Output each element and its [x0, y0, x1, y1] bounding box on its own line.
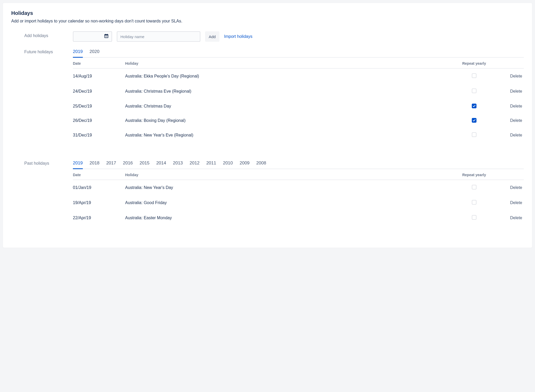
repeat-checkbox[interactable] [472, 104, 476, 108]
future-rows: 14/Aug/19Australia: Ekka People's Day (R… [73, 69, 524, 143]
add-holidays-label: Add holidays [11, 31, 73, 38]
col-repeat: Repeat yearly [456, 173, 492, 177]
repeat-checkbox[interactable] [472, 185, 476, 189]
table-row: 14/Aug/19Australia: Ekka People's Day (R… [73, 69, 524, 84]
cell-repeat [456, 215, 492, 221]
tab-2020[interactable]: 2020 [90, 47, 100, 58]
repeat-checkbox[interactable] [472, 73, 476, 78]
holiday-date-input[interactable] [73, 31, 112, 42]
past-tabs: 2019201820172016201520142013201220112010… [73, 159, 524, 169]
future-table-header: Date Holiday Repeat yearly [73, 58, 524, 69]
cell-date: 31/Dec/19 [73, 133, 125, 138]
import-holidays-link[interactable]: Import holidays [224, 34, 253, 39]
delete-button[interactable]: Delete [492, 133, 524, 138]
past-table-header: Date Holiday Repeat yearly [73, 169, 524, 180]
tab-2010[interactable]: 2010 [223, 159, 233, 169]
future-holidays-body: 20192020 Date Holiday Repeat yearly 14/A… [73, 47, 524, 143]
col-holiday: Holiday [125, 173, 456, 177]
calendar-icon [104, 33, 109, 40]
delete-button[interactable]: Delete [492, 216, 524, 220]
col-date: Date [73, 173, 125, 177]
tab-2019[interactable]: 2019 [73, 47, 83, 58]
tab-2013[interactable]: 2013 [173, 159, 183, 169]
cell-date: 22/Apr/19 [73, 216, 125, 220]
past-table: Date Holiday Repeat yearly 01/Jan/19Aust… [73, 169, 524, 225]
add-button[interactable]: Add [205, 31, 219, 42]
delete-button[interactable]: Delete [492, 118, 524, 123]
col-repeat: Repeat yearly [456, 61, 492, 66]
past-holidays-label: Past holidays [11, 159, 73, 166]
cell-holiday: Australia: Christmas Eve (Regional) [125, 89, 456, 94]
tab-2014[interactable]: 2014 [156, 159, 166, 169]
tab-2009[interactable]: 2009 [240, 159, 249, 169]
delete-button[interactable]: Delete [492, 104, 524, 109]
tab-2018[interactable]: 2018 [90, 159, 100, 169]
past-holidays-row: Past holidays 20192018201720162015201420… [11, 159, 524, 225]
cell-repeat [456, 185, 492, 191]
past-holidays-body: 2019201820172016201520142013201220112010… [73, 159, 524, 225]
col-holiday: Holiday [125, 61, 456, 66]
cell-date: 14/Aug/19 [73, 74, 125, 79]
table-row: 19/Apr/19Australia: Good FridayDelete [73, 195, 524, 210]
table-row: 26/Dec/19Australia: Boxing Day (Regional… [73, 113, 524, 128]
repeat-checkbox[interactable] [472, 215, 476, 220]
tab-2017[interactable]: 2017 [106, 159, 116, 169]
page-title: Holidays [11, 10, 524, 16]
cell-repeat [456, 132, 492, 138]
cell-holiday: Australia: Ekka People's Day (Regional) [125, 74, 456, 79]
cell-date: 24/Dec/19 [73, 89, 125, 94]
tab-2016[interactable]: 2016 [123, 159, 133, 169]
table-row: 24/Dec/19Australia: Christmas Eve (Regio… [73, 84, 524, 99]
cell-holiday: Australia: Christmas Day [125, 104, 456, 109]
tab-2015[interactable]: 2015 [139, 159, 149, 169]
cell-holiday: Australia: New Year's Day [125, 185, 456, 190]
cell-date: 01/Jan/19 [73, 185, 125, 190]
cell-repeat [456, 73, 492, 79]
cell-date: 25/Dec/19 [73, 104, 125, 109]
tab-2008[interactable]: 2008 [256, 159, 266, 169]
delete-button[interactable]: Delete [492, 185, 524, 190]
cell-repeat [456, 104, 492, 109]
cell-repeat [456, 200, 492, 206]
past-rows: 01/Jan/19Australia: New Year's DayDelete… [73, 180, 524, 225]
tab-2011[interactable]: 2011 [206, 159, 216, 169]
cell-holiday: Australia: Good Friday [125, 200, 456, 205]
cell-date: 19/Apr/19 [73, 200, 125, 205]
cell-date: 26/Dec/19 [73, 118, 125, 123]
page-subtitle: Add or import holidays to your calendar … [11, 19, 524, 23]
cell-holiday: Australia: New Year's Eve (Regional) [125, 133, 456, 138]
delete-button[interactable]: Delete [492, 200, 524, 205]
repeat-checkbox[interactable] [472, 88, 476, 93]
tab-2012[interactable]: 2012 [190, 159, 200, 169]
table-row: 25/Dec/19Australia: Christmas DayDelete [73, 99, 524, 113]
cell-holiday: Australia: Boxing Day (Regional) [125, 118, 456, 123]
delete-button[interactable]: Delete [492, 89, 524, 94]
cell-holiday: Australia: Easter Monday [125, 216, 456, 220]
table-row: 22/Apr/19Australia: Easter MondayDelete [73, 210, 524, 225]
holiday-name-input[interactable] [117, 31, 200, 42]
delete-button[interactable]: Delete [492, 74, 524, 79]
future-table: Date Holiday Repeat yearly 14/Aug/19Aust… [73, 58, 524, 143]
add-holidays-controls: Add Import holidays [73, 31, 524, 42]
col-date: Date [73, 61, 125, 66]
tab-2019[interactable]: 2019 [73, 159, 83, 169]
holidays-panel: Holidays Add or import holidays to your … [3, 3, 532, 248]
cell-repeat [456, 118, 492, 123]
future-holidays-label: Future holidays [11, 47, 73, 54]
future-tabs: 20192020 [73, 47, 524, 58]
cell-repeat [456, 88, 492, 94]
repeat-checkbox[interactable] [472, 200, 476, 205]
table-row: 01/Jan/19Australia: New Year's DayDelete [73, 180, 524, 195]
future-holidays-row: Future holidays 20192020 Date Holiday Re… [11, 47, 524, 143]
repeat-checkbox[interactable] [472, 132, 476, 137]
repeat-checkbox[interactable] [472, 118, 476, 123]
table-row: 31/Dec/19Australia: New Year's Eve (Regi… [73, 128, 524, 143]
add-holidays-row: Add holidays Add Import holidays [11, 31, 524, 42]
